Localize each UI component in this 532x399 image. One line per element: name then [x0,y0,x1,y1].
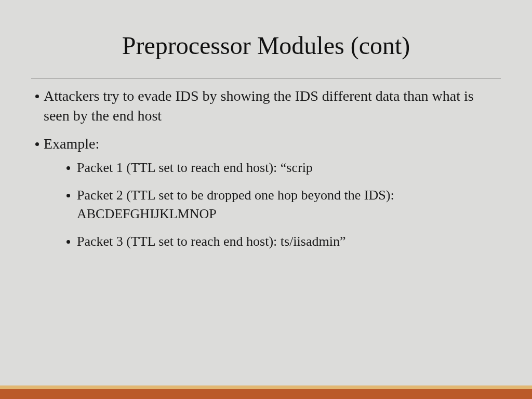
sub-bullet-item: Packet 2 (TTL set to be dropped one hop … [66,186,497,224]
footer-bar [0,385,532,399]
sub-bullet-item: Packet 3 (TTL set to reach end host): ts… [66,232,497,251]
bullet-item: Example: Packet 1 (TTL set to reach end … [35,134,497,251]
bullet-list: Attackers try to evade IDS by showing th… [35,86,497,251]
bullet-item: Attackers try to evade IDS by showing th… [35,86,497,126]
slide: Preprocessor Modules (cont) Attackers tr… [0,0,532,399]
sub-bullet-item: Packet 1 (TTL set to reach end host): “s… [66,158,497,177]
footer-main-stripe [0,389,532,399]
slide-title: Preprocessor Modules (cont) [31,31,501,60]
footer-accent-stripe [0,385,532,389]
sub-bullet-list: Packet 1 (TTL set to reach end host): “s… [44,158,497,251]
title-divider [31,78,501,79]
bullet-text: Example: [44,136,99,152]
content-area: Attackers try to evade IDS by showing th… [31,86,501,251]
